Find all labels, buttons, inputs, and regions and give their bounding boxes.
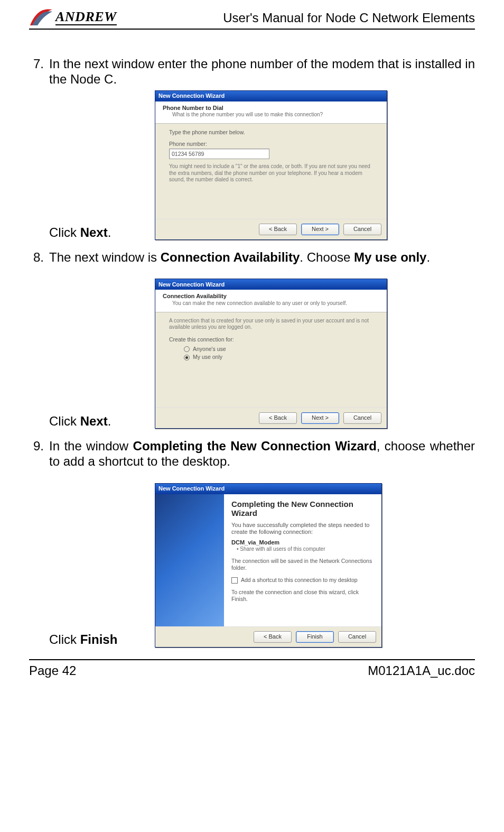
checkbox-icon <box>231 577 238 584</box>
wizard-connection-availability: New Connection Wizard Connection Availab… <box>155 279 387 429</box>
radio-icon <box>184 346 190 352</box>
click-suffix: . <box>108 225 111 239</box>
radio-icon <box>184 355 190 360</box>
t: In the window <box>49 439 133 453</box>
connection-name: DCM_via_Modem <box>231 539 374 546</box>
t-bold: Connection Availability <box>161 250 300 264</box>
step-9: 9. In the window Completing the New Conn… <box>29 438 475 648</box>
shortcut-checkbox[interactable]: Add a shortcut to this connection to my … <box>231 577 374 584</box>
phone-number-label: Phone number: <box>169 141 373 148</box>
wizard-footer: < Back Next > Cancel <box>155 219 387 239</box>
phone-hint: You might need to include a "1" or the a… <box>169 163 373 183</box>
click-prefix: Click <box>49 414 80 428</box>
complete-line1: You have successfully completed the step… <box>231 522 374 536</box>
step-7: 7. In the next window enter the phone nu… <box>29 56 475 240</box>
wizard-body: Type the phone number below. Phone numbe… <box>155 124 387 219</box>
wizard-subheading: You can make the new connection availabl… <box>163 300 379 307</box>
wizard-titlebar: New Connection Wizard <box>155 484 381 494</box>
click-button-name: Finish <box>80 632 118 646</box>
type-phone-label: Type the phone number below. <box>169 129 373 136</box>
back-button[interactable]: < Back <box>259 412 297 424</box>
finish-button[interactable]: Finish <box>296 631 334 643</box>
t-bold: Completing the New Connection Wizard <box>133 439 377 453</box>
wizard-footer: < Back Finish Cancel <box>155 626 381 647</box>
back-button[interactable]: < Back <box>254 631 292 643</box>
andrew-swoosh-icon <box>29 7 53 27</box>
cancel-button[interactable]: Cancel <box>343 224 381 235</box>
availability-intro: A connection that is created for your us… <box>169 318 373 331</box>
t: The next window is <box>49 250 161 264</box>
radio-label: Anyone's use <box>193 346 226 353</box>
wizard-side-graphic <box>155 494 224 626</box>
next-button[interactable]: Next > <box>301 224 339 235</box>
wizard-main: Completing the New Connection Wizard You… <box>224 494 381 626</box>
connection-detail: • Share with all users of this computer <box>231 546 374 552</box>
next-button[interactable]: Next > <box>301 412 339 424</box>
wizard-header: Phone Number to Dial What is the phone n… <box>155 101 387 124</box>
wizard-body: A connection that is created for your us… <box>155 312 387 408</box>
wizard-titlebar: New Connection Wizard <box>155 91 387 101</box>
create-for-label: Create this connection for: <box>169 336 373 344</box>
cancel-button[interactable]: Cancel <box>343 412 381 424</box>
phone-number-input[interactable]: 01234 56789 <box>169 149 269 159</box>
header-title: User's Manual for Node C Network Element… <box>223 11 475 25</box>
step-text: The next window is Connection Availabili… <box>49 249 475 265</box>
radio-label: My use only <box>193 354 222 361</box>
wizard-complete-title: Completing the New Connection Wizard <box>231 500 374 518</box>
wizard-completing: New Connection Wizard Completing the New… <box>155 483 382 648</box>
wizard-titlebar: New Connection Wizard <box>155 279 387 290</box>
t: . Choose <box>300 250 354 264</box>
doc-filename: M0121A1A_uc.doc <box>368 663 475 678</box>
page-footer: Page 42 M0121A1A_uc.doc <box>29 659 475 678</box>
wizard-header: Connection Availability You can make the… <box>155 290 387 312</box>
step-text: In the window Completing the New Connect… <box>49 438 475 469</box>
step-8: 8. The next window is Connection Availab… <box>29 249 475 429</box>
page-header: ANDREW User's Manual for Node C Network … <box>29 7 475 30</box>
click-button-name: Next <box>80 225 108 239</box>
radio-my-use-only[interactable]: My use only <box>184 354 373 361</box>
radio-anyone[interactable]: Anyone's use <box>184 346 373 353</box>
complete-line3: To create the connection and close this … <box>231 589 374 603</box>
radio-group: Anyone's use My use only <box>169 346 373 361</box>
wizard-footer: < Back Next > Cancel <box>155 408 387 428</box>
checkbox-label: Add a shortcut to this connection to my … <box>241 577 358 584</box>
content: 7. In the next window enter the phone nu… <box>29 56 475 648</box>
click-prefix: Click <box>49 225 80 239</box>
step-number: 7. <box>29 56 49 240</box>
step-number: 8. <box>29 249 49 429</box>
step-text: In the next window enter the phone numbe… <box>49 56 475 87</box>
wizard-body: Completing the New Connection Wizard You… <box>155 494 381 626</box>
wizard-subheading: What is the phone number you will use to… <box>163 112 379 118</box>
cancel-button[interactable]: Cancel <box>338 631 376 643</box>
logo: ANDREW <box>29 7 117 27</box>
complete-line2: The connection will be saved in the Netw… <box>231 558 374 571</box>
t: . <box>426 250 430 264</box>
wizard-heading: Connection Availability <box>163 293 379 300</box>
page-number: Page 42 <box>29 663 76 678</box>
document-page: ANDREW User's Manual for Node C Network … <box>0 0 504 683</box>
wizard-heading: Phone Number to Dial <box>163 105 379 112</box>
back-button[interactable]: < Back <box>259 224 297 235</box>
click-prefix: Click <box>49 632 80 646</box>
click-button-name: Next <box>80 414 108 428</box>
wizard-phone-number: New Connection Wizard Phone Number to Di… <box>155 90 387 241</box>
logo-text: ANDREW <box>55 10 117 25</box>
click-suffix: . <box>108 414 111 428</box>
t-bold: My use only <box>354 250 426 264</box>
step-number: 9. <box>29 438 49 648</box>
